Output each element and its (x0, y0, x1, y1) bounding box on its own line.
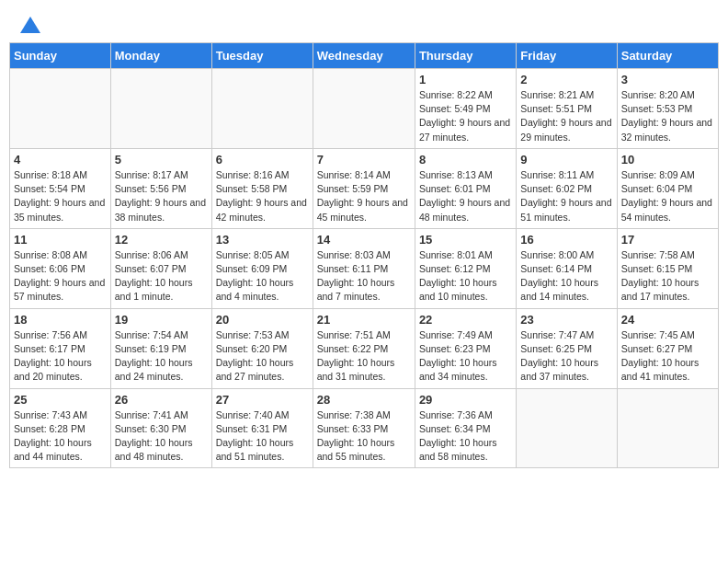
calendar-cell: 11Sunrise: 8:08 AM Sunset: 6:06 PM Dayli… (10, 228, 111, 308)
day-number: 29 (419, 393, 512, 407)
column-header-sunday: Sunday (10, 43, 111, 69)
day-number: 12 (115, 233, 208, 247)
calendar-row-4: 18Sunrise: 7:56 AM Sunset: 6:17 PM Dayli… (10, 308, 719, 388)
day-number: 19 (115, 313, 208, 327)
calendar-cell: 3Sunrise: 8:20 AM Sunset: 5:53 PM Daylig… (617, 69, 718, 149)
calendar-cell: 9Sunrise: 8:11 AM Sunset: 6:02 PM Daylig… (517, 148, 617, 228)
day-info: Sunrise: 8:08 AM Sunset: 6:06 PM Dayligh… (14, 248, 107, 304)
day-info: Sunrise: 8:13 AM Sunset: 6:01 PM Dayligh… (419, 168, 512, 224)
day-info: Sunrise: 7:53 AM Sunset: 6:20 PM Dayligh… (216, 328, 309, 385)
day-info: Sunrise: 7:43 AM Sunset: 6:28 PM Dayligh… (14, 408, 107, 465)
column-header-wednesday: Wednesday (313, 43, 415, 69)
column-header-monday: Monday (110, 43, 211, 69)
day-number: 28 (317, 393, 411, 407)
day-number: 21 (317, 313, 411, 327)
day-number: 27 (216, 393, 309, 407)
calendar-cell: 12Sunrise: 8:06 AM Sunset: 6:07 PM Dayli… (110, 228, 211, 308)
day-number: 1 (419, 73, 512, 86)
calendar-cell (617, 388, 718, 468)
calendar-cell: 13Sunrise: 8:05 AM Sunset: 6:09 PM Dayli… (211, 228, 313, 308)
calendar-cell: 26Sunrise: 7:41 AM Sunset: 6:30 PM Dayli… (110, 388, 211, 468)
day-number: 18 (14, 313, 107, 327)
day-number: 17 (621, 233, 714, 247)
calendar-cell: 25Sunrise: 7:43 AM Sunset: 6:28 PM Dayli… (10, 388, 111, 468)
calendar-table: SundayMondayTuesdayWednesdayThursdayFrid… (9, 42, 719, 468)
day-info: Sunrise: 7:41 AM Sunset: 6:30 PM Dayligh… (115, 408, 208, 465)
calendar-header-row: SundayMondayTuesdayWednesdayThursdayFrid… (10, 43, 719, 69)
day-info: Sunrise: 7:36 AM Sunset: 6:34 PM Dayligh… (419, 408, 512, 465)
day-number: 7 (317, 153, 411, 167)
day-number: 10 (621, 153, 714, 167)
day-info: Sunrise: 7:58 AM Sunset: 6:15 PM Dayligh… (621, 248, 714, 304)
day-info: Sunrise: 8:18 AM Sunset: 5:54 PM Dayligh… (14, 168, 107, 224)
calendar-cell: 1Sunrise: 8:22 AM Sunset: 5:49 PM Daylig… (415, 69, 516, 149)
calendar-cell: 27Sunrise: 7:40 AM Sunset: 6:31 PM Dayli… (211, 388, 313, 468)
calendar-cell (10, 69, 111, 149)
calendar-cell: 17Sunrise: 7:58 AM Sunset: 6:15 PM Dayli… (617, 228, 718, 308)
day-info: Sunrise: 8:09 AM Sunset: 6:04 PM Dayligh… (621, 168, 714, 224)
day-info: Sunrise: 7:56 AM Sunset: 6:17 PM Dayligh… (14, 328, 107, 385)
day-number: 15 (419, 233, 512, 247)
day-number: 4 (14, 153, 107, 167)
day-info: Sunrise: 7:51 AM Sunset: 6:22 PM Dayligh… (317, 328, 411, 385)
day-number: 25 (14, 393, 107, 407)
column-header-thursday: Thursday (415, 43, 516, 69)
logo-icon (20, 17, 40, 33)
day-info: Sunrise: 7:47 AM Sunset: 6:25 PM Dayligh… (520, 328, 612, 385)
calendar-cell: 16Sunrise: 8:00 AM Sunset: 6:14 PM Dayli… (517, 228, 617, 308)
day-info: Sunrise: 8:11 AM Sunset: 6:02 PM Dayligh… (520, 168, 612, 224)
day-info: Sunrise: 8:17 AM Sunset: 5:56 PM Dayligh… (115, 168, 208, 224)
day-info: Sunrise: 8:06 AM Sunset: 6:07 PM Dayligh… (115, 248, 208, 304)
calendar-cell: 28Sunrise: 7:38 AM Sunset: 6:33 PM Dayli… (313, 388, 415, 468)
day-number: 2 (520, 73, 612, 86)
day-number: 23 (520, 313, 612, 327)
day-info: Sunrise: 7:49 AM Sunset: 6:23 PM Dayligh… (419, 328, 512, 385)
day-number: 24 (621, 313, 714, 327)
day-info: Sunrise: 8:16 AM Sunset: 5:58 PM Dayligh… (216, 168, 309, 224)
day-number: 22 (419, 313, 512, 327)
day-info: Sunrise: 7:40 AM Sunset: 6:31 PM Dayligh… (216, 408, 309, 465)
day-info: Sunrise: 7:54 AM Sunset: 6:19 PM Dayligh… (115, 328, 208, 385)
day-number: 6 (216, 153, 309, 167)
calendar-cell: 20Sunrise: 7:53 AM Sunset: 6:20 PM Dayli… (211, 308, 313, 388)
calendar-cell (517, 388, 617, 468)
calendar-cell: 8Sunrise: 8:13 AM Sunset: 6:01 PM Daylig… (415, 148, 516, 228)
calendar-cell: 5Sunrise: 8:17 AM Sunset: 5:56 PM Daylig… (110, 148, 211, 228)
calendar-cell: 19Sunrise: 7:54 AM Sunset: 6:19 PM Dayli… (110, 308, 211, 388)
calendar-cell: 7Sunrise: 8:14 AM Sunset: 5:59 PM Daylig… (313, 148, 415, 228)
calendar-row-2: 4Sunrise: 8:18 AM Sunset: 5:54 PM Daylig… (10, 148, 719, 228)
calendar-cell (110, 69, 211, 149)
day-number: 26 (115, 393, 208, 407)
calendar-cell: 22Sunrise: 7:49 AM Sunset: 6:23 PM Dayli… (415, 308, 516, 388)
column-header-saturday: Saturday (617, 43, 718, 69)
footer-note (9, 468, 719, 477)
day-info: Sunrise: 8:01 AM Sunset: 6:12 PM Dayligh… (419, 248, 512, 304)
calendar-cell: 23Sunrise: 7:47 AM Sunset: 6:25 PM Dayli… (517, 308, 617, 388)
day-info: Sunrise: 7:45 AM Sunset: 6:27 PM Dayligh… (621, 328, 714, 385)
calendar-cell: 15Sunrise: 8:01 AM Sunset: 6:12 PM Dayli… (415, 228, 516, 308)
calendar-cell (211, 69, 313, 149)
day-number: 16 (520, 233, 612, 247)
svg-marker-0 (20, 17, 40, 33)
day-info: Sunrise: 8:03 AM Sunset: 6:11 PM Dayligh… (317, 248, 411, 304)
day-info: Sunrise: 8:22 AM Sunset: 5:49 PM Dayligh… (419, 88, 512, 144)
calendar-cell: 29Sunrise: 7:36 AM Sunset: 6:34 PM Dayli… (415, 388, 516, 468)
calendar-cell: 6Sunrise: 8:16 AM Sunset: 5:58 PM Daylig… (211, 148, 313, 228)
calendar-cell: 21Sunrise: 7:51 AM Sunset: 6:22 PM Dayli… (313, 308, 415, 388)
calendar-cell: 2Sunrise: 8:21 AM Sunset: 5:51 PM Daylig… (517, 69, 617, 149)
calendar-cell: 24Sunrise: 7:45 AM Sunset: 6:27 PM Dayli… (617, 308, 718, 388)
calendar-cell (313, 69, 415, 149)
calendar-cell: 18Sunrise: 7:56 AM Sunset: 6:17 PM Dayli… (10, 308, 111, 388)
day-number: 5 (115, 153, 208, 167)
day-info: Sunrise: 8:21 AM Sunset: 5:51 PM Dayligh… (520, 88, 612, 144)
logo (18, 18, 40, 33)
day-number: 9 (520, 153, 612, 167)
calendar-cell: 14Sunrise: 8:03 AM Sunset: 6:11 PM Dayli… (313, 228, 415, 308)
day-number: 11 (14, 233, 107, 247)
day-info: Sunrise: 8:14 AM Sunset: 5:59 PM Dayligh… (317, 168, 411, 224)
day-number: 20 (216, 313, 309, 327)
day-number: 14 (317, 233, 411, 247)
column-header-friday: Friday (517, 43, 617, 69)
calendar-row-5: 25Sunrise: 7:43 AM Sunset: 6:28 PM Dayli… (10, 388, 719, 468)
day-number: 13 (216, 233, 309, 247)
